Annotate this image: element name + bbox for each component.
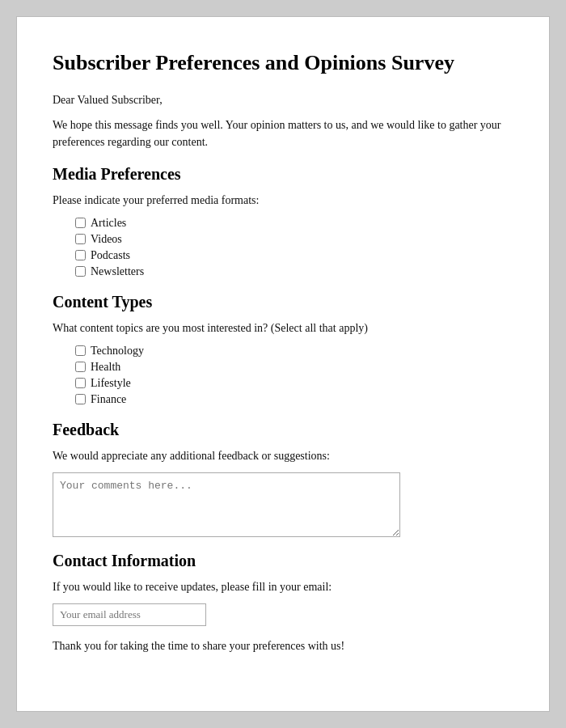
articles-checkbox[interactable] bbox=[75, 218, 86, 228]
technology-checkbox[interactable] bbox=[75, 345, 86, 356]
content-types-heading: Content Types bbox=[53, 293, 513, 311]
newsletters-checkbox[interactable] bbox=[75, 266, 86, 277]
closing-text: Thank you for taking the time to share y… bbox=[53, 637, 513, 654]
articles-label: Articles bbox=[91, 217, 126, 230]
health-checkbox[interactable] bbox=[75, 362, 86, 372]
finance-label: Finance bbox=[91, 393, 126, 406]
contact-description: If you would like to receive updates, pl… bbox=[53, 578, 513, 595]
contact-heading: Contact Information bbox=[53, 552, 513, 570]
videos-checkbox[interactable] bbox=[75, 234, 86, 244]
list-item: Podcasts bbox=[75, 249, 513, 262]
greeting-text: Dear Valued Subscriber, bbox=[53, 91, 513, 108]
list-item: Newsletters bbox=[75, 265, 513, 278]
list-item: Videos bbox=[75, 233, 513, 246]
podcasts-label: Podcasts bbox=[91, 249, 130, 262]
title-section: Subscriber Preferences and Opinions Surv… bbox=[53, 49, 513, 150]
page-container: Subscriber Preferences and Opinions Surv… bbox=[16, 16, 550, 712]
content-types-description: What content topics are you most interes… bbox=[53, 320, 513, 336]
videos-label: Videos bbox=[91, 233, 122, 246]
contact-section: Contact Information If you would like to… bbox=[53, 552, 513, 654]
email-input[interactable] bbox=[53, 603, 206, 626]
content-types-section: Content Types What content topics are yo… bbox=[53, 293, 513, 406]
media-preferences-heading: Media Preferences bbox=[53, 165, 513, 184]
list-item: Health bbox=[75, 361, 513, 374]
feedback-heading: Feedback bbox=[53, 421, 513, 439]
feedback-textarea[interactable] bbox=[53, 472, 400, 537]
content-types-list: Technology Health Lifestyle Finance bbox=[53, 345, 513, 406]
technology-label: Technology bbox=[91, 345, 144, 358]
list-item: Technology bbox=[75, 345, 513, 358]
health-label: Health bbox=[91, 361, 120, 374]
feedback-description: We would appreciate any additional feedb… bbox=[53, 447, 513, 464]
list-item: Lifestyle bbox=[75, 377, 513, 390]
media-preferences-description: Please indicate your preferred media for… bbox=[53, 192, 513, 209]
page-title: Subscriber Preferences and Opinions Surv… bbox=[53, 49, 513, 77]
lifestyle-label: Lifestyle bbox=[91, 377, 131, 390]
list-item: Articles bbox=[75, 217, 513, 230]
lifestyle-checkbox[interactable] bbox=[75, 378, 86, 388]
intro-text: We hope this message finds you well. You… bbox=[53, 116, 513, 150]
list-item: Finance bbox=[75, 393, 513, 406]
podcasts-checkbox[interactable] bbox=[75, 250, 86, 260]
media-preferences-list: Articles Videos Podcasts Newsletters bbox=[53, 217, 513, 278]
feedback-section: Feedback We would appreciate any additio… bbox=[53, 421, 513, 537]
finance-checkbox[interactable] bbox=[75, 394, 86, 404]
newsletters-label: Newsletters bbox=[91, 265, 144, 278]
media-preferences-section: Media Preferences Please indicate your p… bbox=[53, 165, 513, 278]
